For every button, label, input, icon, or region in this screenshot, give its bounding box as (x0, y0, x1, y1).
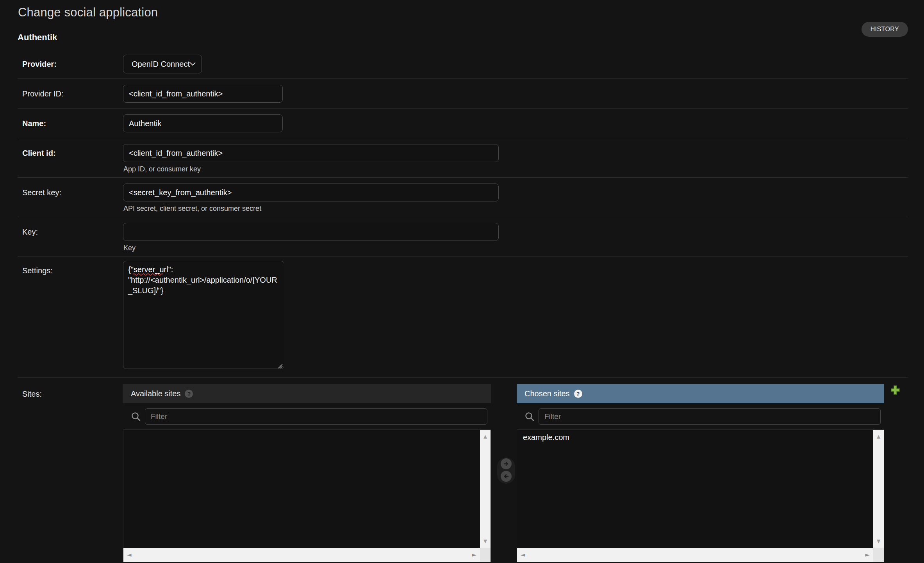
name-label: Name: (18, 114, 123, 132)
site-mover-controls (497, 458, 515, 484)
available-sites-title: Available sites (131, 389, 180, 398)
secret-key-help-text: API secret, client secret, or consumer s… (123, 205, 499, 213)
object-tools: HISTORY (862, 22, 908, 37)
scroll-up-arrow[interactable]: ▲ (480, 431, 491, 442)
secret-key-input[interactable] (123, 184, 499, 201)
chosen-filter-input[interactable] (539, 408, 881, 425)
name-row: Name: (18, 109, 908, 138)
provider-select[interactable]: OpenID Connect (123, 55, 202, 73)
scroll-right-arrow[interactable]: ► (472, 551, 476, 558)
sites-selector: Available sites ? ▲ ▼ (123, 384, 908, 562)
secret-key-label: Secret key: (18, 184, 123, 213)
add-site-icon[interactable] (890, 385, 900, 395)
page-title: Change social application (0, 0, 924, 20)
secret-key-row: Secret key: API secret, client secret, o… (18, 178, 908, 217)
available-filter-input[interactable] (145, 408, 487, 425)
client-id-row: Client id: App ID, or consumer key (18, 138, 908, 178)
chevron-down-icon (190, 61, 196, 67)
provider-id-label: Provider ID: (18, 85, 123, 103)
key-input[interactable] (123, 223, 499, 241)
key-help-text: Key (123, 244, 499, 252)
chosen-sites-header: Chosen sites ? (517, 384, 884, 403)
chosen-sites-title: Chosen sites (524, 389, 570, 398)
scroll-right-arrow[interactable]: ► (865, 551, 870, 558)
scrollbar-corner (873, 548, 884, 562)
chosen-horizontal-scrollbar[interactable]: ◄ ► (517, 548, 873, 562)
name-input[interactable] (123, 114, 283, 132)
choose-arrow-button[interactable] (501, 458, 512, 469)
available-filter-row (123, 403, 491, 429)
scroll-down-arrow[interactable]: ▼ (873, 535, 884, 547)
search-icon (524, 412, 535, 422)
chosen-site-option[interactable]: example.com (517, 431, 884, 444)
available-horizontal-scrollbar[interactable]: ◄ ► (123, 548, 480, 562)
provider-label: Provider: (18, 55, 123, 73)
provider-id-input[interactable] (123, 85, 283, 103)
provider-row: Provider: OpenID Connect (18, 46, 908, 79)
chosen-sites-panel: Chosen sites ? example.com (517, 384, 884, 562)
chosen-vertical-scrollbar[interactable]: ▲ ▼ (873, 430, 884, 548)
chosen-sites-help-icon[interactable]: ? (574, 390, 582, 398)
sites-label: Sites: (18, 384, 123, 562)
settings-textarea[interactable]: {"server_url": "http://<authentik_url>/a… (123, 261, 284, 369)
available-sites-list[interactable]: ▲ ▼ ◄ ► (123, 429, 491, 562)
arrow-right-icon (503, 461, 509, 467)
provider-selected-value: OpenID Connect (132, 60, 190, 69)
provider-id-row: Provider ID: (18, 79, 908, 109)
scroll-left-arrow[interactable]: ◄ (127, 551, 132, 558)
client-id-input[interactable] (123, 144, 499, 162)
chosen-filter-row (517, 403, 884, 429)
search-icon (131, 412, 141, 422)
remove-arrow-button[interactable] (501, 471, 512, 482)
sites-row: Sites: Available sites ? (18, 378, 908, 562)
available-sites-help-icon[interactable]: ? (185, 390, 193, 398)
key-label: Key: (18, 223, 123, 252)
change-social-application-page: Change social application HISTORY Authen… (0, 0, 924, 563)
scroll-down-arrow[interactable]: ▼ (480, 535, 491, 547)
chosen-sites-list[interactable]: example.com ▲ ▼ ◄ ► (517, 429, 884, 562)
resize-handle[interactable] (277, 363, 283, 369)
history-button[interactable]: HISTORY (862, 22, 908, 37)
scrollbar-corner (480, 548, 491, 562)
available-sites-header: Available sites ? (123, 384, 491, 403)
available-vertical-scrollbar[interactable]: ▲ ▼ (480, 430, 491, 548)
available-sites-panel: Available sites ? ▲ ▼ (123, 384, 491, 562)
object-name-heading: Authentik (18, 32, 924, 43)
key-row: Key: Key (18, 217, 908, 257)
social-application-form: Provider: OpenID Connect Provider ID: Na… (18, 46, 908, 562)
settings-label: Settings: (18, 261, 123, 371)
scroll-left-arrow[interactable]: ◄ (521, 551, 525, 558)
client-id-help-text: App ID, or consumer key (123, 165, 499, 173)
settings-row: Settings: {"server_url": "http://<authen… (18, 257, 908, 378)
arrow-left-icon (503, 473, 509, 479)
scroll-up-arrow[interactable]: ▲ (873, 431, 884, 442)
client-id-label: Client id: (18, 144, 123, 173)
